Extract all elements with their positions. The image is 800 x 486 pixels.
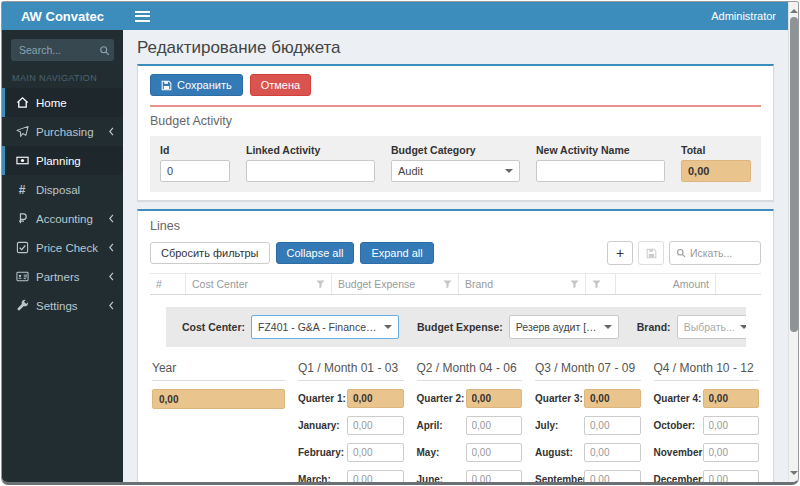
sidebar-item-purchasing[interactable]: Purchasing — [2, 117, 123, 146]
column-header-cost-center[interactable]: Cost Center — [186, 274, 332, 294]
chevron-down-icon — [384, 325, 392, 333]
column-header-brand[interactable]: Brand — [459, 274, 586, 294]
november-field[interactable] — [703, 443, 760, 462]
save-icon — [646, 248, 657, 259]
year-header: Year — [152, 361, 285, 381]
sidebar-item-partners[interactable]: Partners — [2, 262, 123, 291]
february-field[interactable] — [347, 443, 404, 462]
filter-icon[interactable] — [316, 280, 325, 289]
october-field[interactable] — [703, 416, 760, 435]
quarter-3-label: Quarter 3: — [535, 393, 584, 404]
year-grid: Year Q1 / Month 01 - 03 Quarter 1: Janua… — [152, 361, 759, 485]
column-header-num[interactable]: # — [150, 274, 186, 294]
lines-search[interactable] — [669, 241, 761, 265]
cancel-button[interactable]: Отмена — [250, 74, 311, 96]
year-total-field — [152, 389, 285, 409]
chevron-left-icon — [107, 300, 115, 311]
content-header: Редактирование бюджета — [123, 30, 788, 62]
total-field — [681, 160, 751, 182]
august-field[interactable] — [584, 443, 641, 462]
sidebar-item-label: Home — [36, 97, 67, 109]
budget-category-select[interactable]: Audit — [391, 160, 520, 182]
user-menu[interactable]: Administrator — [711, 10, 776, 22]
column-header-filter[interactable] — [586, 274, 616, 294]
september-field[interactable] — [584, 470, 641, 485]
chevron-left-icon — [107, 271, 115, 282]
december-field[interactable] — [703, 470, 760, 485]
may-field[interactable] — [466, 443, 523, 462]
july-label: July: — [535, 420, 584, 431]
linked-activity-field-group: Linked Activity — [246, 144, 375, 182]
march-field[interactable] — [347, 470, 404, 485]
id-field[interactable] — [160, 160, 230, 182]
cost-center-select[interactable]: FZ401 - G&A - Finance [18] — [251, 315, 399, 339]
sidebar-search-input[interactable] — [19, 44, 99, 56]
sidebar-item-price-check[interactable]: Price Check — [2, 233, 123, 262]
scroll-down-icon[interactable] — [790, 471, 798, 479]
july-field[interactable] — [584, 416, 641, 435]
budget-category-label: Budget Category — [391, 144, 520, 156]
brand-label: Brand: — [637, 321, 671, 333]
sidebar-item-label: Settings — [36, 300, 78, 312]
sidebar-item-settings[interactable]: Settings — [2, 291, 123, 320]
q2-header: Q2 / Month 04 - 06 — [417, 361, 523, 381]
new-activity-name-field[interactable] — [536, 160, 665, 182]
filter-icon[interactable] — [570, 280, 579, 289]
total-label: Total — [681, 144, 751, 156]
sidebar-section-label: MAIN NAVIGATION — [2, 65, 123, 88]
linked-activity-label: Linked Activity — [246, 144, 375, 156]
sidebar-item-home[interactable]: Home — [2, 88, 123, 117]
april-label: April: — [417, 420, 466, 431]
january-label: January: — [298, 420, 347, 431]
sidebar-item-label: Accounting — [36, 213, 93, 225]
vertical-scrollbar[interactable] — [788, 2, 798, 482]
april-field[interactable] — [466, 416, 523, 435]
q1-header: Q1 / Month 01 - 03 — [298, 361, 404, 381]
august-label: August: — [535, 447, 584, 458]
sidebar-item-planning[interactable]: Planning — [2, 146, 123, 175]
quarter-4-column: Q4 / Month 10 - 12 Quarter 4: October: N… — [654, 361, 760, 485]
collapse-all-button[interactable]: Collapse all — [276, 242, 355, 264]
column-header-amount[interactable]: Amount — [616, 274, 716, 294]
quarter-2-label: Quarter 2: — [417, 393, 466, 404]
brand-select[interactable]: Выбрать... — [677, 315, 746, 339]
send-icon — [15, 125, 29, 138]
check-square-icon — [15, 241, 29, 254]
june-field[interactable] — [466, 470, 523, 485]
sidebar-item-accounting[interactable]: Accounting — [2, 204, 123, 233]
sidebar-toggle-icon[interactable] — [135, 8, 150, 24]
january-field[interactable] — [347, 416, 404, 435]
scrollbar-thumb[interactable] — [790, 17, 798, 332]
id-field-group: Id — [160, 144, 230, 182]
save-icon — [161, 80, 172, 91]
expand-all-button[interactable]: Expand all — [360, 242, 433, 264]
lines-panel: Lines Сбросить фильтры Collapse all Expa… — [137, 209, 774, 485]
lines-search-input[interactable] — [690, 247, 754, 259]
chevron-left-icon — [107, 213, 115, 224]
sidebar-search[interactable] — [11, 39, 114, 61]
linked-activity-field[interactable] — [246, 160, 375, 182]
add-line-button[interactable]: + — [607, 241, 633, 265]
quarter-3-column: Q3 / Month 07 - 09 Quarter 3: July: Augu… — [535, 361, 641, 485]
scroll-up-icon[interactable] — [790, 5, 798, 13]
sidebar-item-disposal[interactable]: # Disposal — [2, 175, 123, 204]
brand-logo[interactable]: AW Convatec — [2, 2, 123, 30]
filter-icon[interactable] — [592, 280, 601, 289]
column-header-budget-expense[interactable]: Budget Expense — [332, 274, 459, 294]
budget-activity-panel: Сохранить Отмена Budget Activity Id Link… — [137, 64, 774, 201]
plus-icon: + — [616, 245, 624, 261]
year-column: Year — [152, 361, 285, 485]
search-icon[interactable] — [99, 45, 110, 56]
quarter-1-column: Q1 / Month 01 - 03 Quarter 1: January: F… — [298, 361, 404, 485]
filter-icon[interactable] — [443, 280, 452, 289]
september-label: September: — [535, 474, 584, 485]
sidebar-item-label: Planning — [36, 155, 81, 167]
save-button[interactable]: Сохранить — [150, 74, 243, 96]
june-label: June: — [417, 474, 466, 485]
reset-filters-button[interactable]: Сбросить фильтры — [150, 242, 270, 264]
q3-header: Q3 / Month 07 - 09 — [535, 361, 641, 381]
budget-expense-select[interactable]: Резерв аудит [4469P0... — [509, 315, 619, 339]
save-lines-button[interactable] — [638, 241, 664, 265]
year-total-group — [152, 389, 285, 409]
budget-activity-heading: Budget Activity — [150, 114, 761, 128]
